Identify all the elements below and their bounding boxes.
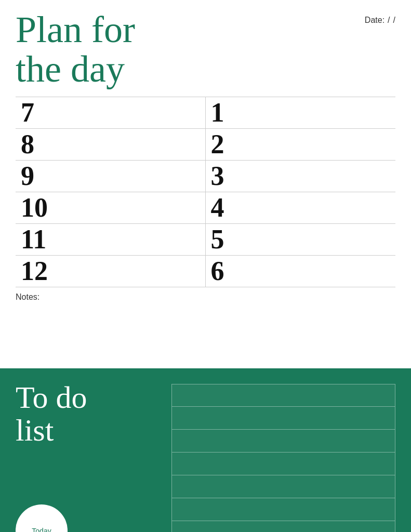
notes-area [16, 306, 395, 363]
date-slash-1: / [388, 16, 390, 25]
today-text: Today is yours [29, 526, 54, 532]
notes-label: Notes: [16, 292, 395, 302]
hour-8: 8 [21, 131, 49, 158]
schedule-row: 8 [16, 129, 205, 161]
date-area: Date: / / [365, 16, 395, 25]
schedule-row: 2 [206, 129, 396, 161]
date-slash-2: / [393, 16, 395, 25]
schedule-row: 10 [16, 192, 205, 224]
title-line1: Plan for [16, 9, 135, 50]
todo-lines-container [171, 381, 395, 532]
hour-5: 5 [211, 226, 240, 253]
todo-line-5[interactable] [171, 475, 395, 498]
schedule-col-left: 7 8 9 10 11 12 [16, 97, 206, 287]
schedule-row: 5 [206, 224, 396, 256]
todo-line-3[interactable] [171, 430, 395, 453]
schedule-row: 11 [16, 224, 205, 256]
todo-line-4[interactable] [171, 453, 395, 475]
hour-11: 11 [21, 226, 49, 253]
todo-line-1[interactable] [171, 384, 395, 407]
hour-2: 2 [211, 131, 240, 158]
bottom-section: To do list Today is yours [0, 368, 411, 532]
hour-12: 12 [21, 258, 49, 285]
schedule-row: 12 [16, 256, 205, 287]
hour-10: 10 [21, 194, 49, 221]
schedule-col-right: 1 2 3 4 5 6 [206, 97, 396, 287]
schedule-grid: 7 8 9 10 11 12 1 2 [16, 97, 395, 287]
hour-6: 6 [211, 258, 240, 285]
notes-section: Notes: [0, 287, 411, 368]
todo-line-7[interactable] [171, 521, 395, 532]
hour-1: 1 [211, 99, 240, 126]
schedule-row: 7 [16, 97, 205, 129]
todo-line-6[interactable] [171, 498, 395, 521]
todo-title-line1: To do [16, 380, 87, 415]
hour-4: 4 [211, 194, 240, 221]
top-section: Plan for the day Date: / / [0, 0, 411, 94]
hour-7: 7 [21, 99, 49, 126]
schedule-row: 6 [206, 256, 396, 287]
hour-9: 9 [21, 163, 49, 190]
plan-title: Plan for the day [16, 10, 135, 89]
schedule-row: 4 [206, 192, 396, 224]
hour-3: 3 [211, 163, 240, 190]
today-line1: Today [32, 527, 51, 532]
todo-title: To do list [16, 381, 161, 447]
todo-title-line2: list [16, 413, 54, 447]
todo-line-2[interactable] [171, 407, 395, 430]
schedule-row: 3 [206, 161, 396, 192]
title-line2: the day [16, 48, 125, 90]
schedule-row: 9 [16, 161, 205, 192]
schedule-row: 1 [206, 97, 396, 129]
page: Plan for the day Date: / / 7 8 9 10 [0, 0, 411, 532]
date-label: Date: [365, 16, 385, 25]
header-row: Plan for the day Date: / / [16, 10, 395, 89]
